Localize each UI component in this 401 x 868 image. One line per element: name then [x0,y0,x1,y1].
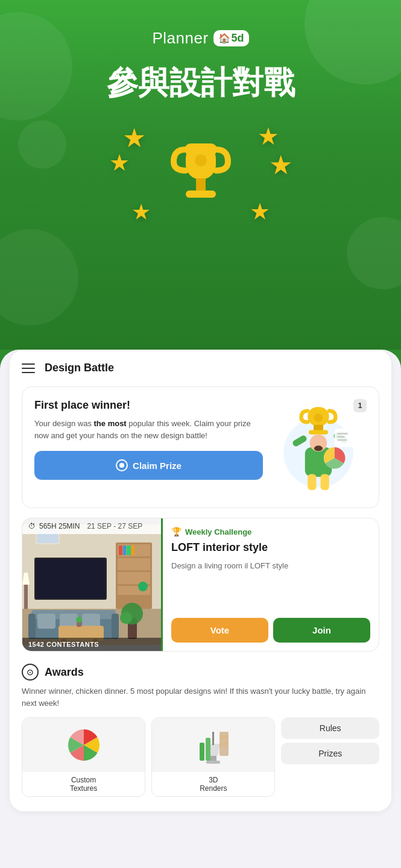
card-header: Design Battle [22,362,379,374]
3d-render-icon [197,726,230,765]
winner-desc-bold: the most [94,419,127,428]
svg-rect-29 [118,558,150,570]
3d-renders-thumb [152,718,274,772]
award-item-custom-textures: Custom Textures [22,717,145,797]
svg-rect-34 [127,546,131,555]
svg-rect-39 [28,614,36,639]
claim-icon [116,459,128,471]
svg-rect-41 [37,614,55,629]
svg-rect-64 [220,735,228,740]
logo-area: Planner 🏠 5d [152,29,248,48]
svg-point-51 [76,617,82,623]
weekly-label: 🏆 Weekly Challenge [171,527,370,536]
svg-rect-20 [337,436,344,438]
winner-figure-icon [276,399,361,495]
challenge-detail: 🏆 Weekly Challenge LOFT interior style D… [161,518,379,651]
svg-rect-8 [309,430,328,435]
bg-decoration [0,12,72,121]
awards-section: ⊙ Awards Winner winner, chicken dinner. … [22,661,379,799]
menu-button[interactable] [22,363,35,373]
main-container: Design Battle First place winner! Your d… [0,350,401,868]
svg-rect-21 [337,439,347,441]
star-icon: ★ [109,149,130,176]
bg-decoration [18,121,66,169]
awards-title: Awards [45,666,84,679]
svg-rect-32 [119,546,122,555]
star-icon: ★ [257,122,279,150]
winner-illustration: 1 [270,399,367,495]
join-button[interactable]: Join [273,618,370,643]
page-headline: 參與設計對戰 [107,62,295,104]
clock-icon: ⏱ [28,522,36,530]
award-label-3d: 3D Renders [152,772,274,796]
svg-rect-40 [112,614,119,639]
star-icon: ★ [269,149,292,180]
star-icon: ★ [131,200,151,225]
award-item-3d-renders: 3D Renders [151,717,275,797]
challenge-inner: ⏱ 565H 25MIN 21 SEP - 27 SEP [22,518,379,651]
trophy-icon [168,137,234,216]
svg-rect-3 [186,190,216,198]
winner-description: Your design was the most popular this we… [34,418,263,441]
logo-badge: 🏠 5d [213,30,249,46]
hamburger-line [22,372,35,373]
star-icon: ★ [122,122,146,153]
custom-textures-thumb [22,718,145,772]
winner-banner: First place winner! Your design was the … [22,386,379,508]
challenge-title: LOFT interior style [171,541,370,554]
claim-btn-label: Claim Prize [133,461,182,471]
awards-icon: ⊙ [22,664,39,681]
svg-rect-62 [206,738,210,761]
challenge-description: Design a living room il LOFT style [171,560,370,609]
house-icon: 🏠 [218,33,230,44]
svg-rect-1 [185,143,217,156]
svg-point-36 [138,582,148,591]
vote-button[interactable]: Vote [171,618,268,643]
challenge-actions: Vote Join [171,618,370,643]
awards-grid: Custom Textures [22,717,379,797]
hamburger-line [22,368,35,369]
svg-rect-54 [24,585,28,609]
weekly-label-text: Weekly Challenge [185,527,251,536]
challenge-date-range: 21 SEP - 27 SEP [87,522,142,530]
svg-rect-2 [196,178,206,190]
challenge-card: ⏱ 565H 25MIN 21 SEP - 27 SEP [22,518,379,652]
svg-rect-58 [206,761,220,764]
award-label-custom: Custom Textures [22,772,145,796]
svg-rect-30 [118,572,150,584]
svg-rect-18 [335,429,356,447]
challenge-time: 565H 25MIN [39,522,80,530]
svg-rect-33 [123,546,126,555]
svg-point-49 [120,612,132,624]
star-icon: ★ [250,198,270,225]
logo-text: Planner [152,29,208,48]
rules-button[interactable]: Rules [281,717,379,739]
svg-rect-60 [212,732,214,745]
trophy-illustration: ★ ★ ★ ★ ★ ★ [104,116,297,237]
awards-description: Winner winner, chicken dinner. 5 most po… [22,685,379,709]
svg-rect-65 [220,741,228,746]
hero-section: Planner 🏠 5d 參與設計對戰 ★ ★ ★ ★ ★ ★ [0,0,401,350]
winner-desc-part1: Your design was [34,419,94,428]
prizes-button[interactable]: Prizes [281,743,379,764]
main-card: Design Battle First place winner! Your d… [10,350,391,811]
svg-point-9 [314,414,323,422]
winner-text-area: First place winner! Your design was the … [34,399,263,495]
logo-badge-text: 5d [232,32,244,45]
rank-badge: 1 [353,399,367,412]
card-title: Design Battle [45,362,114,374]
award-rules-prizes: Rules Prizes [281,717,379,797]
hamburger-line [22,363,35,365]
awards-header: ⊙ Awards [22,664,379,681]
svg-point-4 [195,154,207,166]
claim-prize-button[interactable]: Claim Prize [34,451,263,480]
bg-decoration [347,217,401,289]
challenge-meta: ⏱ 565H 25MIN 21 SEP - 27 SEP [22,518,161,534]
svg-point-12 [314,445,323,451]
svg-rect-61 [200,743,204,761]
trophy-small-icon: 🏆 [171,527,182,536]
winner-title: First place winner! [34,399,263,412]
contestants-count: 1542 CONTESTANTS [22,638,161,651]
svg-rect-19 [337,433,348,435]
svg-rect-26 [36,559,106,599]
